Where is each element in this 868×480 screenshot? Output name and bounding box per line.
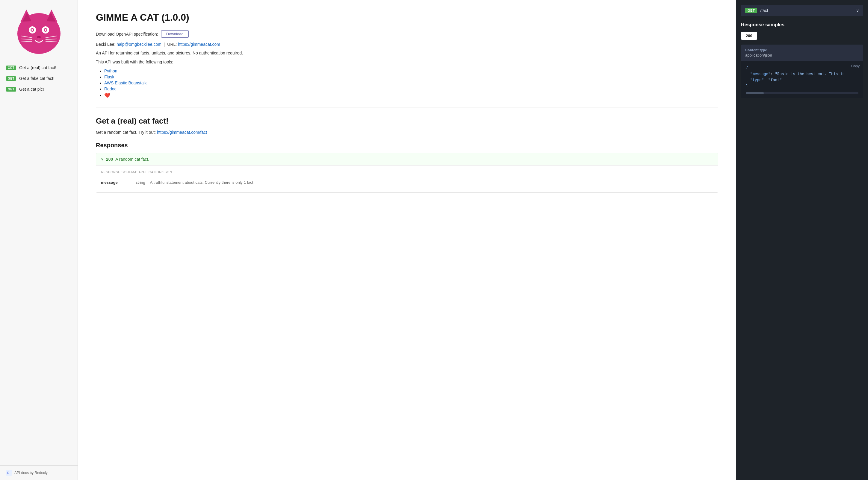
schema-label: RESPONSE SCHEMA: application/json — [101, 170, 713, 174]
endpoint-method-badge: GET — [745, 8, 757, 13]
json-scrollbar[interactable] — [746, 92, 859, 94]
content-type-box: Content type application/json — [741, 44, 863, 61]
schema-label-text: RESPONSE SCHEMA: — [101, 170, 137, 174]
response-200-body: RESPONSE SCHEMA: application/json messag… — [96, 165, 718, 193]
svg-point-8 — [31, 29, 33, 31]
get-badge-3: GET — [6, 87, 16, 92]
sidebar-nav: GET Get a (real) cat fact! GET Get a fak… — [0, 60, 78, 465]
json-code-box: Copy { "message": "Rosie is the best cat… — [741, 61, 863, 98]
content-type-label: Content type — [745, 48, 859, 52]
redocly-icon: R — [6, 470, 12, 476]
heart-emoji: ❤️ — [104, 93, 110, 98]
get-badge-1: GET — [6, 66, 16, 70]
tools-list: Python Flask AWS Elastic Beanstalk Redoc… — [96, 69, 718, 98]
tools-intro: This API was built with the following to… — [96, 59, 718, 65]
tool-aws-link[interactable]: AWS Elastic Beanstalk — [104, 80, 147, 85]
api-description: An API for returning cat facts, unfacts,… — [96, 50, 718, 56]
separator: | — [164, 42, 165, 47]
json-code-display: { "message": "Rosie is the best cat. Thi… — [746, 65, 859, 89]
field-desc-message: A truthful statement about cats. Current… — [150, 180, 713, 185]
sidebar-item-label-2: Get a fake cat fact! — [19, 76, 55, 81]
download-label: Download OpenAPI specification: — [96, 32, 158, 36]
content-type-value: application/json — [745, 53, 859, 58]
schema-type-text: application/json — [138, 170, 172, 174]
tool-redoc: Redoc — [104, 87, 718, 91]
response-status-200: 200 — [106, 157, 113, 162]
api-title: GIMME A CAT (1.0.0) — [96, 12, 718, 23]
tool-python-link[interactable]: Python — [104, 69, 117, 73]
right-panel: GET /fact ∨ Response samples 200 Content… — [736, 0, 868, 480]
responses-heading: Responses — [96, 142, 718, 149]
sidebar-item-real-cat-fact[interactable]: GET Get a (real) cat fact! — [0, 62, 78, 73]
response-samples-title: Response samples — [741, 22, 863, 28]
tool-aws: AWS Elastic Beanstalk — [104, 80, 718, 85]
endpoint-bar[interactable]: GET /fact ∨ — [741, 5, 863, 16]
sidebar: GET Get a (real) cat fact! GET Get a fak… — [0, 0, 78, 480]
main-content: GIMME A CAT (1.0.0) Download OpenAPI spe… — [78, 0, 736, 480]
status-tabs: 200 — [741, 32, 863, 40]
sidebar-footer: R API docs by Redocly — [0, 465, 78, 480]
cat-logo-icon — [15, 7, 63, 55]
logo-area — [0, 0, 78, 60]
svg-point-11 — [44, 29, 46, 31]
endpoint-section-title: Get a (real) cat fact! — [96, 116, 718, 126]
contact-url-label: URL: — [167, 42, 177, 47]
response-samples-section: Response samples 200 Content type applic… — [736, 16, 868, 104]
tool-heart: ❤️ — [104, 93, 718, 98]
endpoint-path-text: /fact — [760, 8, 853, 13]
right-panel-top: GET /fact ∨ — [736, 0, 868, 16]
sidebar-item-fake-cat-fact[interactable]: GET Get a fake cat fact! — [0, 73, 78, 84]
download-button[interactable]: Download — [161, 30, 189, 38]
section-divider — [96, 107, 718, 107]
response-200-header[interactable]: ∨ 200 A random cat fact. — [96, 153, 718, 165]
status-tab-200[interactable]: 200 — [741, 32, 757, 40]
tool-python: Python — [104, 69, 718, 73]
svg-point-5 — [22, 20, 56, 51]
copy-button[interactable]: Copy — [851, 64, 860, 68]
sidebar-item-cat-pic[interactable]: GET Get a cat pic! — [0, 84, 78, 95]
response-200-item: ∨ 200 A random cat fact. RESPONSE SCHEMA… — [96, 153, 718, 193]
chevron-down-icon: ∨ — [101, 157, 104, 161]
contact-email-link[interactable]: halp@omgbeckilee.com — [117, 42, 161, 47]
openapi-download-row: Download OpenAPI specification: Download — [96, 30, 718, 38]
tool-flask-link[interactable]: Flask — [104, 74, 114, 79]
tool-redoc-link[interactable]: Redoc — [104, 87, 116, 91]
svg-text:R: R — [7, 471, 9, 475]
schema-field-message: message string A truthful statement abou… — [101, 177, 713, 187]
field-name-message: message — [101, 180, 131, 185]
sidebar-item-label-3: Get a cat pic! — [19, 87, 44, 92]
contact-url-link[interactable]: https://gimmeacat.com — [178, 42, 220, 47]
endpoint-desc-text: Get a random cat fact. Try it out: — [96, 130, 156, 135]
json-scrollbar-thumb — [746, 92, 764, 94]
footer-text: API docs by Redocly — [14, 471, 48, 475]
get-badge-2: GET — [6, 76, 16, 81]
field-type-message: string — [136, 180, 145, 185]
response-200-desc: A random cat fact. — [115, 157, 149, 162]
tool-flask: Flask — [104, 74, 718, 79]
contact-name: Becki Lee: — [96, 42, 115, 47]
endpoint-description: Get a random cat fact. Try it out: https… — [96, 130, 718, 135]
try-url-link[interactable]: https://gimmeacat.com/fact — [157, 130, 207, 135]
chevron-right-icon: ∨ — [856, 8, 859, 13]
contact-line: Becki Lee: halp@omgbeckilee.com | URL: h… — [96, 42, 718, 47]
sidebar-item-label-1: Get a (real) cat fact! — [19, 65, 56, 70]
